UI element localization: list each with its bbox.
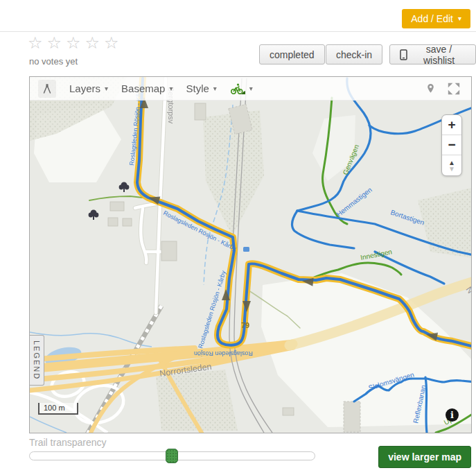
signpost-icon [41, 83, 53, 95]
check-in-button[interactable]: check-in [326, 44, 382, 64]
transparency-slider-handle[interactable] [166, 449, 178, 463]
star-icon[interactable]: ☆ [66, 35, 81, 51]
phone-icon [400, 49, 407, 60]
chevron-down-icon: ▾ [105, 85, 108, 92]
poi-icon [243, 247, 249, 252]
star-icon[interactable]: ☆ [104, 35, 119, 51]
layers-dropdown[interactable]: Layers ▾ [69, 83, 108, 94]
legend-tab[interactable]: LEGEND [30, 335, 44, 386]
star-rating[interactable]: ☆ ☆ ☆ ☆ ☆ [28, 35, 123, 51]
zoom-out-button[interactable]: − [442, 135, 461, 155]
zoom-control: + − ▲ ▼ [441, 114, 462, 176]
star-icon[interactable]: ☆ [47, 35, 62, 51]
mountain-bike-icon [230, 83, 245, 95]
chevron-down-icon: ▾ [213, 85, 217, 92]
zoom-in-button[interactable]: + [442, 115, 461, 135]
votes-text: no votes yet [29, 56, 78, 67]
activity-dropdown[interactable]: ▾ [230, 83, 253, 95]
header-divider [0, 31, 476, 32]
chevron-down-icon: ▾ [169, 85, 173, 92]
map-toolbar: Layers ▾ Basemap ▾ Style ▾ [30, 77, 471, 101]
layers-label: Layers [69, 83, 100, 94]
style-label: Style [186, 83, 209, 94]
trail-transparency-label: Trail transparency [29, 437, 107, 448]
trail-tools-button[interactable] [38, 80, 56, 98]
add-edit-label: Add / Edit [411, 13, 453, 24]
fullscreen-button[interactable] [448, 83, 460, 95]
trail-label-flipped: Roslagsleden Rösjön [194, 350, 253, 357]
info-button[interactable]: i [446, 408, 459, 422]
star-icon[interactable]: ☆ [85, 35, 100, 51]
save-wishlist-button[interactable]: save / wishlist [389, 44, 476, 64]
star-icon[interactable]: ☆ [28, 35, 43, 51]
style-dropdown[interactable]: Style ▾ [186, 83, 216, 94]
chevron-down-icon: ▾ [458, 15, 461, 22]
completed-label: completed [270, 49, 315, 60]
check-in-label: check-in [336, 49, 372, 60]
view-larger-map-button[interactable]: view larger map [378, 446, 471, 468]
scale-bar: 100 m [38, 403, 78, 415]
map-canvas: Roslagsleden Rösjön - Kårby Roslagsleden… [30, 77, 471, 433]
pan-control[interactable]: ▲ ▼ [442, 155, 461, 175]
save-wishlist-label: save / wishlist [412, 44, 466, 66]
basemap-label: Basemap [121, 83, 165, 94]
waypoint-label: 79 [241, 321, 249, 329]
page: Add / Edit ▾ ☆ ☆ ☆ ☆ ☆ no votes yet comp… [0, 0, 476, 475]
arrow-down-icon[interactable]: ▼ [448, 166, 455, 172]
add-edit-button[interactable]: Add / Edit ▾ [402, 9, 470, 28]
basemap-dropdown[interactable]: Basemap ▾ [121, 83, 173, 94]
chevron-down-icon: ▾ [249, 85, 253, 92]
completed-button[interactable]: completed [259, 44, 325, 64]
trail-map[interactable]: Roslagsleden Rösjön - Kårby Roslagsleden… [29, 76, 472, 433]
marker-pin-button[interactable] [425, 81, 437, 96]
